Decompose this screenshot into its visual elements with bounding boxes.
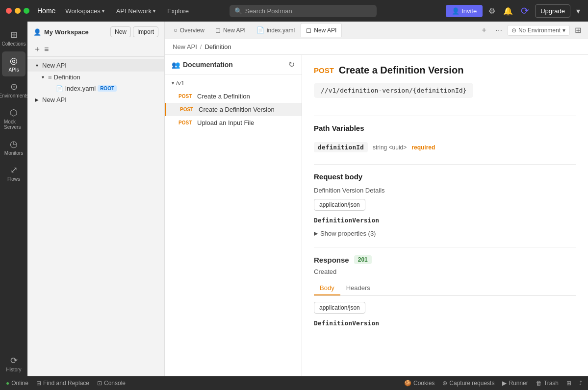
doc-endpoint-create-definition[interactable]: POST Create a Definition (165, 90, 302, 103)
sidebar-item-mock-servers[interactable]: ⬡ Mock Servers (2, 103, 26, 134)
close-button[interactable] (6, 8, 12, 14)
doc-version[interactable]: ▾ /v1 (165, 76, 302, 90)
chevron-right-icon: ▶ (314, 230, 318, 237)
apis-icon: ◎ (10, 55, 18, 66)
nav-workspaces[interactable]: Workspaces ▾ (61, 5, 108, 17)
tree-item-index-yaml[interactable]: 📄 index.yaml ROOT (27, 83, 164, 94)
path-box: //v1/definition-version/{definitionId} (314, 83, 473, 98)
param-type: string <uuid> (373, 144, 407, 151)
maximize-button[interactable] (24, 8, 29, 14)
chevron-down-icon: ▾ (39, 74, 46, 80)
show-properties-button[interactable]: ▶ Show properties (3) (314, 228, 576, 239)
split-content: 👥 Documentation ↻ ▾ /v1 POST Create a De… (165, 55, 588, 376)
env-selector[interactable]: ⊙ No Environment ▾ (507, 25, 570, 36)
sidebar-item-collections[interactable]: ⊞ Collections (2, 25, 26, 50)
content-area: ○ Overview ◻ New API 📄 index.yaml ◻ New … (165, 22, 588, 376)
person-icon: 👤 (33, 28, 41, 36)
content-type-badge[interactable]: application/json (314, 199, 365, 211)
tab-overview[interactable]: ○ Overview (169, 24, 209, 37)
breadcrumb-parent[interactable]: New API (173, 43, 197, 50)
sidebar-item-flows[interactable]: ⤢ Flows (2, 161, 26, 186)
find-replace-button[interactable]: ⊟ Find and Replace (36, 380, 89, 387)
tree-item-name: index.yaml (65, 85, 96, 92)
tab-new-api[interactable]: ◻ New API (210, 24, 251, 37)
response-content-type-badge[interactable]: application/json (314, 302, 365, 314)
expand-icon[interactable]: ▾ (574, 4, 582, 18)
method-badge-post: POST (179, 120, 193, 125)
response-title: Response (314, 256, 349, 264)
sidebar-item-label: History (6, 367, 21, 372)
upgrade-button[interactable]: Upgrade (535, 4, 570, 18)
param-required: required (411, 144, 435, 151)
trash-icon: 🗑 (536, 380, 542, 387)
trash-button[interactable]: 🗑 Trash (536, 380, 559, 387)
api-icon: ◻ (215, 26, 221, 34)
path-var-row: definitionId string <uuid> required (314, 138, 576, 156)
left-panel: 👤 My Workspace New Import ＋ ≡ ▾ New API … (27, 22, 165, 376)
panel-header: 👤 My Workspace New Import (27, 22, 164, 42)
search-placeholder: Search Postman (245, 7, 292, 15)
runner-button[interactable]: ▶ Runner (502, 380, 528, 387)
refresh-icon[interactable]: ↻ (288, 60, 295, 69)
runner-icon: ▶ (502, 380, 507, 387)
env-label: No Environment (518, 27, 561, 34)
workspaces-chevron-icon: ▾ (102, 8, 104, 14)
breadcrumb: New API / Definition (165, 39, 588, 55)
root-tag: ROOT (98, 85, 117, 92)
divider-3 (314, 247, 576, 247)
add-tab-button[interactable]: ＋ (477, 24, 491, 36)
settings-icon[interactable]: ⚙ (486, 4, 497, 18)
env-settings-button[interactable]: ⊞ (572, 24, 584, 36)
tab-actions: ＋ ··· ⊙ No Environment ▾ ⊞ (477, 24, 584, 36)
person-icon: 👤 (452, 7, 460, 15)
sidebar-item-history[interactable]: ⟳ History (2, 351, 26, 376)
import-button[interactable]: Import (133, 26, 158, 37)
more-tabs-button[interactable]: ··· (493, 25, 505, 36)
doc-header: 👥 Documentation ↻ (165, 55, 302, 74)
api-active-icon: ◻ (306, 26, 311, 34)
minimize-button[interactable] (15, 8, 21, 14)
collections-icon: ⊞ (10, 29, 18, 40)
sort-icon[interactable]: ≡ (44, 45, 49, 54)
sidebar-item-label: Monitors (4, 150, 23, 156)
sidebar-item-apis[interactable]: ◎ APIs (2, 51, 26, 76)
history-icon: ⟳ (10, 355, 18, 366)
capture-requests-button[interactable]: ⊛ Capture requests (442, 380, 494, 387)
new-button[interactable]: New (110, 26, 131, 37)
breadcrumb-separator: / (200, 43, 202, 50)
version-chevron-icon: ▾ (172, 80, 174, 86)
tree-item-new-api-2[interactable]: ▶ New API (27, 94, 164, 105)
req-body-desc: Definition Version Details (314, 187, 576, 194)
doc-endpoint-create-definition-version[interactable]: POST Create a Definition Version (165, 103, 302, 116)
sidebar-item-label: Mock Servers (4, 119, 24, 130)
flows-icon: ⤢ (10, 165, 18, 175)
schema-name: DefinitionVersion (314, 217, 576, 224)
cookies-icon: 🍪 (404, 380, 411, 387)
nav-api-network[interactable]: API Network ▾ (112, 5, 159, 17)
detail-title: Create a Definition Version (339, 65, 464, 76)
search-bar[interactable]: 🔍 Search Postman (230, 5, 377, 17)
resp-tab-body[interactable]: Body (314, 281, 340, 295)
invite-button[interactable]: 👤 Invite (446, 5, 483, 17)
status-badge: 201 (354, 255, 372, 264)
tab-index-yaml[interactable]: 📄 index.yaml (252, 24, 300, 37)
grid-view-button[interactable]: ⊞ (566, 380, 571, 387)
sync-icon[interactable]: ⟳ (519, 3, 531, 19)
add-icon[interactable]: ＋ (33, 44, 41, 54)
tree-item-new-api-root[interactable]: ▾ New API ··· (27, 59, 164, 72)
tree-item-name: New API (42, 96, 67, 103)
nav-home[interactable]: Home (37, 7, 55, 15)
cookies-button[interactable]: 🍪 Cookies (404, 380, 435, 387)
tab-new-api-active[interactable]: ◻ New API (301, 23, 342, 37)
sidebar-item-environments[interactable]: ⊙ Environments (2, 77, 26, 102)
tree-item-definition[interactable]: ▾ ≡ Definition (27, 72, 164, 83)
resp-tab-headers[interactable]: Headers (340, 281, 376, 295)
sidebar-item-label: Environments (0, 93, 29, 98)
online-status: ● Online (6, 380, 28, 387)
share-button[interactable]: ⤴ (579, 380, 582, 387)
sidebar-item-monitors[interactable]: ◷ Monitors (2, 135, 26, 160)
doc-endpoint-upload-input[interactable]: POST Upload an Input File (165, 116, 302, 129)
notifications-icon[interactable]: 🔔 (501, 4, 515, 18)
nav-explore[interactable]: Explore (163, 5, 193, 17)
console-button[interactable]: ⊡ Console (97, 380, 126, 387)
